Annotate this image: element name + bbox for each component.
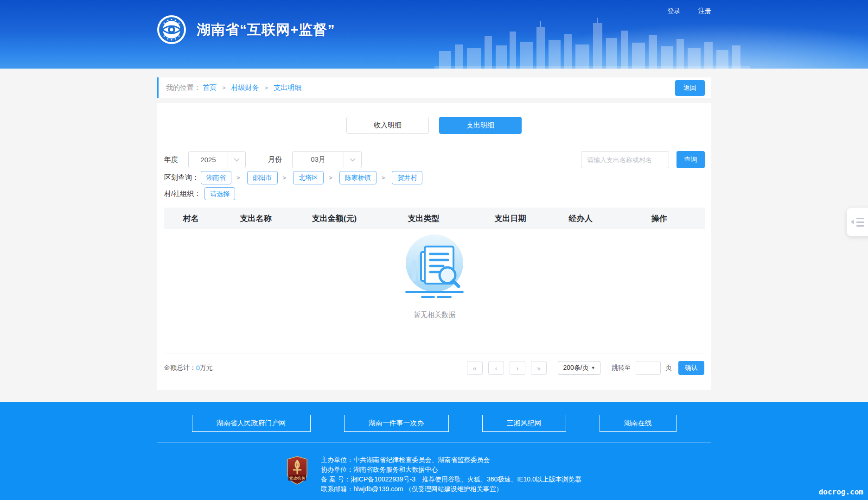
col-expense-name: 支出名称 [218, 213, 294, 224]
region-district-button[interactable]: 北塔区 [293, 171, 324, 184]
footer-info-label: 备 案 号： [321, 475, 351, 483]
menu-lines-icon [856, 218, 864, 227]
footer-link-gov-portal[interactable]: 湖南省人民政府门户网 [192, 415, 311, 432]
search-button[interactable]: 查询 [677, 151, 705, 168]
table-header-row: 村名 支出名称 支出金额(元) 支出类型 支出日期 经办人 操作 [164, 208, 705, 229]
government-badge-icon: 党政机关 [287, 456, 308, 485]
footer-info-value: 中共湖南省纪律检查委员会、湖南省监察委员会 [353, 456, 490, 463]
total-amount-unit: 万元 [200, 364, 213, 372]
collapse-arrow-icon [851, 220, 854, 224]
col-expense-amount: 支出金额(元) [294, 213, 375, 224]
region-town-button[interactable]: 陈家桥镇 [339, 171, 377, 184]
jump-page-input[interactable] [636, 361, 661, 375]
year-label: 年度 [164, 155, 178, 164]
region-label: 区划查询： [164, 173, 199, 182]
next-page-button[interactable]: › [510, 361, 525, 375]
region-city-button[interactable]: 邵阳市 [247, 171, 278, 184]
footer-info-value: 湖南省政务服务和大数据中心 [353, 466, 438, 473]
empty-state-text: 暂无相关数据 [414, 310, 455, 319]
chevron-down-icon [344, 152, 361, 168]
region-separator: > [236, 174, 240, 181]
breadcrumb-expense-detail[interactable]: 支出明细 [274, 83, 301, 92]
login-link[interactable]: 登录 [668, 7, 681, 14]
month-select[interactable]: 03月 [292, 151, 362, 168]
footer-info-lines: 主办单位：中共湖南省纪律检查委员会、湖南省监察委员会 协办单位：湖南省政务服务和… [321, 455, 581, 494]
svg-text:党政机关: 党政机关 [289, 476, 306, 481]
watermark: docrog.com [819, 487, 863, 496]
footer-info: 党政机关 主办单位：中共湖南省纪律检查委员会、湖南省监察委员会 协办单位：湖南省… [0, 455, 868, 494]
footer-info-value: 湘ICP备10022939号-3 推荐使用谷歌、火狐、360极速、IE10.0以… [351, 475, 581, 483]
total-amount-label: 金额总计： [164, 364, 196, 372]
breadcrumb-home[interactable]: 首页 [203, 83, 217, 92]
region-separator: > [329, 174, 332, 181]
register-link[interactable]: 注册 [698, 7, 711, 14]
search-area: 查询 [581, 151, 705, 168]
no-data-icon [395, 234, 474, 302]
org-select-button[interactable]: 请选择 [204, 187, 235, 200]
breadcrumb-separator: > [265, 84, 268, 91]
expense-table: 村名 支出名称 支出金额(元) 支出类型 支出日期 经办人 操作 [164, 208, 705, 354]
month-label: 月份 [268, 155, 282, 164]
footer-links: 湖南省人民政府门户网 湖南一件事一次办 三湘风纪网 湖南在线 [0, 402, 868, 432]
page-size-select[interactable]: 200条/页 ▼ [558, 361, 600, 375]
year-value: 2025 [189, 156, 228, 164]
footer-info-value: hlwjdb@139.com （仅受理网站建设维护相关事宜） [353, 485, 503, 493]
last-page-button[interactable]: » [531, 361, 547, 375]
page-unit-label: 页 [665, 364, 672, 372]
breadcrumb: 我的位置： 首页 > 村级财务 > 支出明细 返回 [157, 77, 711, 98]
org-label: 村/社组织： [164, 190, 201, 198]
footer-link-one-stop[interactable]: 湖南一件事一次办 [344, 415, 449, 432]
region-province-button[interactable]: 湖南省 [201, 171, 231, 184]
region-village-button[interactable]: 贺井村 [392, 171, 422, 184]
footer-info-label: 主办单位： [321, 456, 353, 463]
year-select[interactable]: 2025 [188, 151, 246, 168]
jump-to-label: 跳转至 [612, 364, 631, 372]
tab-income-detail[interactable]: 收入明细 [346, 117, 429, 134]
main-content-card: 收入明细 支出明细 年度 2025 月份 03月 查询 区划查询： 湖南省 > … [157, 103, 711, 390]
region-separator: > [382, 174, 385, 181]
detail-tabs: 收入明细 支出明细 [157, 103, 711, 134]
confirm-button[interactable]: 确认 [678, 361, 704, 375]
brand: 湖南省“互联网+监督” [157, 15, 335, 44]
footer-info-label: 联系邮箱： [321, 485, 353, 493]
empty-state: 暂无相关数据 [395, 234, 474, 319]
auth-links: 登录 注册 [652, 6, 711, 15]
pagination: « ‹ › » 200条/页 ▼ 跳转至 页 确认 [461, 361, 704, 375]
search-input[interactable] [581, 151, 669, 168]
footer-link-sanxiang[interactable]: 三湘风纪网 [482, 415, 566, 432]
total-amount-value: 0 [196, 364, 200, 372]
page-title: 湖南省“互联网+监督” [197, 20, 335, 39]
first-page-button[interactable]: « [467, 361, 483, 375]
region-filter-row: 区划查询： 湖南省 > 邵阳市 > 北塔区 > 陈家桥镇 > 贺井村 [157, 171, 711, 184]
prev-page-button[interactable]: ‹ [488, 361, 504, 375]
breadcrumb-separator: > [222, 84, 226, 91]
side-panel-toggle[interactable] [847, 208, 868, 236]
month-value: 03月 [293, 155, 344, 164]
region-separator: > [283, 174, 287, 181]
table-body-empty: 暂无相关数据 [164, 229, 705, 354]
site-footer: 湖南省人民政府门户网 湖南一件事一次办 三湘风纪网 湖南在线 党政机关 主办单位… [0, 402, 868, 500]
chevron-down-icon [228, 152, 245, 168]
tab-expense-detail[interactable]: 支出明细 [439, 117, 522, 134]
col-expense-type: 支出类型 [375, 213, 472, 224]
footer-divider [157, 443, 711, 443]
breadcrumb-label: 我的位置： [166, 83, 201, 92]
col-village-name: 村名 [164, 213, 218, 224]
page-size-value: 200条/页 [563, 364, 588, 372]
footer-link-hunan-online[interactable]: 湖南在线 [600, 415, 677, 432]
col-actions: 操作 [613, 213, 705, 224]
site-logo [157, 15, 186, 44]
back-button[interactable]: 返回 [675, 80, 705, 96]
filter-row: 年度 2025 月份 03月 查询 [157, 151, 711, 168]
breadcrumb-village-finance[interactable]: 村级财务 [231, 83, 259, 92]
col-expense-date: 支出日期 [472, 213, 549, 224]
footer-info-label: 协办单位： [321, 466, 353, 473]
org-filter-row: 村/社组织： 请选择 [157, 187, 711, 200]
col-handler: 经办人 [548, 213, 613, 224]
summary-pagination-row: 金额总计： 0 万元 « ‹ › » 200条/页 ▼ 跳转至 页 确认 [157, 360, 711, 376]
site-header: 登录 注册 湖南省“互联网+监督” [0, 0, 868, 69]
chevron-down-icon: ▼ [591, 366, 595, 370]
